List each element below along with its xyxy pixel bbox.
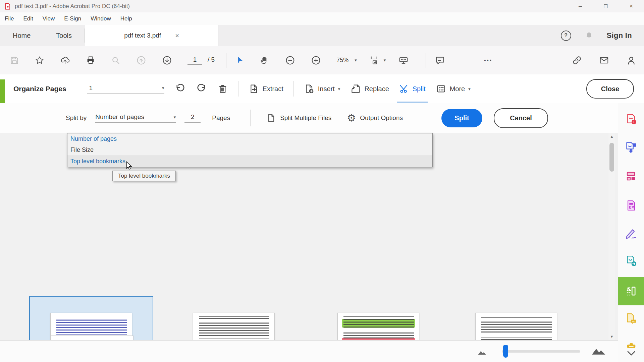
more-tools-chevron-icon[interactable] (618, 351, 644, 357)
scrollbar-up-icon[interactable]: ▲ (608, 133, 615, 140)
fit-options-caret-icon[interactable]: ▾ (384, 58, 386, 63)
select-tool-icon[interactable] (235, 55, 245, 65)
document-tab-label: pdf text 3.pdf (124, 32, 161, 39)
menu-item-help[interactable]: Help (116, 12, 137, 25)
menu-item-edit[interactable]: Edit (18, 12, 38, 25)
previous-page-icon[interactable] (136, 55, 147, 66)
favorite-star-icon[interactable] (35, 55, 45, 65)
share-link-icon[interactable] (572, 55, 582, 66)
output-options-label: Output Options (360, 114, 403, 122)
output-options-button[interactable]: ⚙ Output Options (347, 113, 403, 123)
page-range-field[interactable]: 1 ▾ (87, 84, 164, 94)
split-pages-count-input[interactable]: 2 (184, 113, 201, 123)
gear-icon: ⚙ (347, 113, 356, 123)
split-divider (423, 110, 423, 126)
search-icon[interactable] (111, 55, 121, 65)
menu-item-e-sign[interactable]: E-Sign (59, 12, 86, 25)
extract-button[interactable]: Extract (249, 74, 283, 103)
page-controls-icon[interactable] (398, 55, 409, 66)
split-tool-button[interactable]: Split (399, 74, 426, 103)
replace-button[interactable]: Replace (350, 74, 389, 103)
tooltip: Top level bookmarks (112, 171, 176, 181)
notifications-bell-icon[interactable] (585, 31, 593, 40)
email-icon[interactable] (598, 55, 610, 65)
cloud-upload-icon[interactable] (60, 55, 70, 65)
help-icon[interactable]: ? (561, 31, 571, 41)
tab-home[interactable]: Home (0, 25, 43, 46)
menu-item-file[interactable]: File (0, 12, 18, 25)
delete-pages-trash-icon[interactable] (217, 83, 228, 95)
cancel-button[interactable]: Cancel (494, 108, 548, 128)
text-lines (343, 316, 414, 318)
split-multiple-files-button[interactable]: Split Multiple Files (266, 113, 331, 123)
comment-icon[interactable] (618, 313, 644, 325)
close-organize-button[interactable]: Close (586, 79, 634, 99)
split-option-top-level-bookmarks[interactable]: Top level bookmarks (67, 156, 432, 167)
hand-tool-icon[interactable] (260, 55, 270, 65)
zoom-out-thumbnails-icon[interactable] (477, 348, 488, 356)
main-toolbar: 1 / 5 75% ▾ (0, 46, 644, 75)
zoom-in-thumbnails-icon[interactable] (591, 345, 607, 356)
text-lines (199, 316, 270, 320)
rotate-right-icon[interactable] (196, 83, 207, 95)
text-lines (481, 317, 552, 319)
insert-button[interactable]: Insert ▾ (304, 74, 340, 103)
text-lines (343, 319, 414, 329)
export-pdf-icon[interactable] (618, 141, 644, 154)
print-icon[interactable] (86, 55, 96, 65)
split-mode-caret-icon: ▾ (174, 115, 176, 120)
tab-tools[interactable]: Tools (43, 25, 85, 46)
split-options-bar: Split by Number of pages ▾ 2 Pages Split… (0, 103, 618, 133)
split-option-file-size[interactable]: File Size (67, 144, 432, 156)
split-mode-dropdown[interactable]: Number of pages ▾ (95, 113, 176, 123)
zoom-out-icon[interactable] (285, 55, 296, 66)
close-window-button[interactable]: × (619, 0, 644, 12)
page-number-input[interactable]: 1 (187, 56, 202, 65)
toolbar-divider (226, 53, 226, 68)
split-confirm-button[interactable]: Split (441, 109, 482, 127)
rotate-left-icon[interactable] (174, 83, 186, 95)
split-mode-value: Number of pages (95, 113, 144, 121)
organize-pages-icon[interactable] (618, 170, 644, 182)
scrollbar-down-icon[interactable]: ▼ (608, 333, 615, 340)
fit-width-icon[interactable] (369, 55, 380, 66)
more-button[interactable]: More ▾ (436, 74, 471, 103)
menu-bar: FileEditViewE-SignWindowHelp (0, 12, 644, 25)
comment-bubble-icon[interactable] (435, 55, 445, 66)
stamp-icon[interactable] (618, 340, 644, 350)
share-review-icon[interactable] (618, 255, 644, 267)
organize-divider (238, 81, 238, 97)
zoom-caret-icon[interactable]: ▾ (355, 58, 357, 63)
menu-item-window[interactable]: Window (86, 12, 115, 25)
save-icon[interactable] (9, 55, 19, 65)
text-lines (56, 319, 127, 338)
close-tab-icon[interactable]: × (175, 32, 179, 40)
toolbar-divider (426, 53, 426, 68)
split-option-number-of-pages[interactable]: Number of pages (67, 133, 432, 144)
maximize-button[interactable]: □ (593, 0, 619, 12)
split-label: Split (413, 85, 426, 93)
create-pdf-icon[interactable] (618, 113, 644, 125)
vertical-scrollbar[interactable]: ▲ ▼ (608, 133, 615, 340)
zoom-in-icon[interactable] (311, 55, 321, 66)
organize-divider (293, 81, 294, 97)
page-count-label: / 5 (208, 56, 215, 63)
menu-item-view[interactable]: View (38, 12, 60, 25)
zoom-level-value[interactable]: 75% (336, 57, 348, 64)
more-toolbar-options-icon[interactable]: ••• (484, 57, 492, 63)
crop-pages-icon-active[interactable] (618, 277, 644, 305)
tab-document[interactable]: pdf text 3.pdf × (85, 25, 218, 46)
fill-sign-icon[interactable] (618, 227, 644, 239)
thumbnail-zoom-slider-thumb[interactable] (503, 345, 508, 358)
scan-ocr-icon[interactable] (618, 199, 644, 212)
thumbnail-zoom-slider-track[interactable] (502, 350, 580, 353)
next-page-icon[interactable] (162, 55, 172, 66)
page-range-value: 1 (89, 84, 93, 92)
user-avatar-icon[interactable] (626, 55, 637, 66)
page-range-caret-icon[interactable]: ▾ (162, 85, 164, 90)
minimize-button[interactable]: – (568, 0, 593, 12)
more-caret-icon: ▾ (468, 86, 471, 92)
extract-label: Extract (263, 85, 283, 93)
sign-in-button[interactable]: Sign In (607, 31, 632, 40)
scrollbar-thumb[interactable] (609, 143, 614, 172)
